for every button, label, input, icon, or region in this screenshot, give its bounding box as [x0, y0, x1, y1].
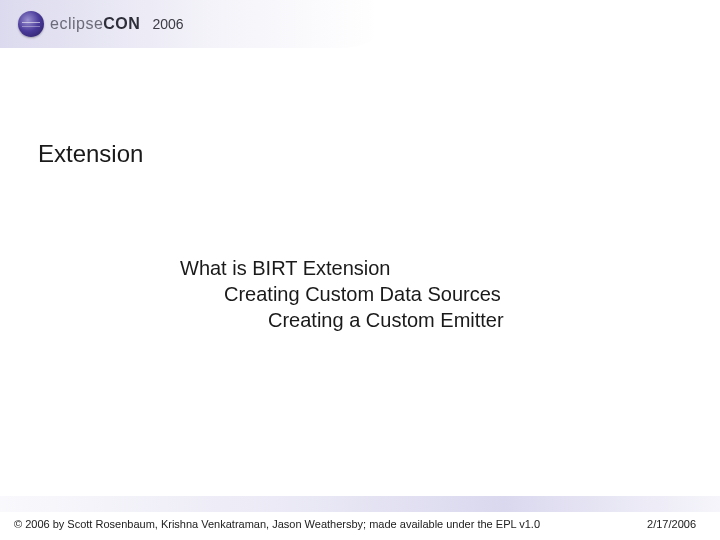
footer-copyright: © 2006 by Scott Rosenbaum, Krishna Venka… — [14, 518, 540, 530]
body-line-2: Creating Custom Data Sources — [224, 281, 504, 307]
logo-text-bold: CON — [103, 15, 140, 32]
footer-decoration — [0, 496, 720, 512]
logo: eclipseCON 2006 — [18, 11, 184, 37]
slide-body: What is BIRT Extension Creating Custom D… — [180, 255, 504, 333]
body-line-3: Creating a Custom Emitter — [268, 307, 504, 333]
logo-year: 2006 — [152, 16, 183, 32]
logo-text-light: eclipse — [50, 15, 103, 32]
slide-header: eclipseCON 2006 — [0, 0, 720, 48]
logo-text: eclipseCON — [50, 15, 140, 33]
slide-title: Extension — [38, 140, 143, 168]
body-line-1: What is BIRT Extension — [180, 255, 504, 281]
footer-date: 2/17/2006 — [647, 518, 696, 530]
eclipse-icon — [18, 11, 44, 37]
